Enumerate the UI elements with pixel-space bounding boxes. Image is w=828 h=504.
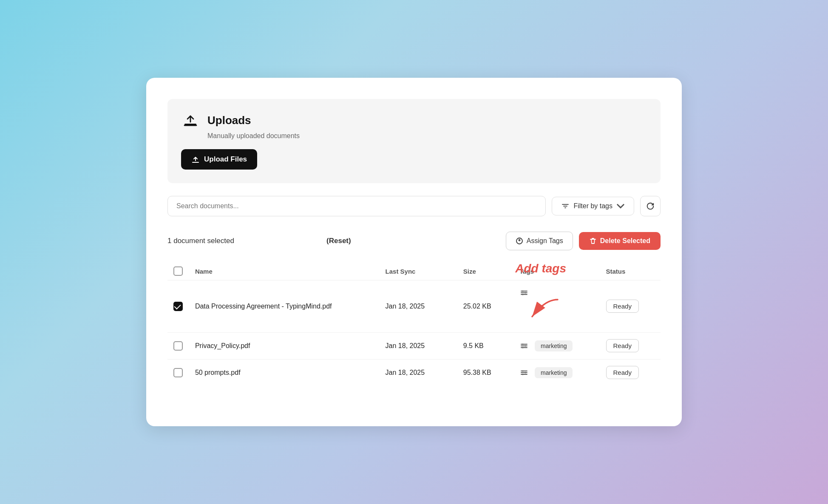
row-size: 9.5 KB: [457, 333, 513, 360]
svg-point-7: [522, 344, 524, 345]
row-tags: marketing: [513, 360, 600, 386]
assign-tags-button[interactable]: Assign Tags: [506, 232, 573, 250]
svg-point-11: [525, 372, 526, 374]
col-header-name: Name: [189, 262, 380, 280]
row-size: 95.38 KB: [457, 360, 513, 386]
uploads-title: Uploads: [207, 114, 251, 127]
selection-bar: 1 document selected (Reset) Assign Tags …: [167, 227, 661, 255]
tag-badge: marketing: [535, 340, 573, 351]
row-last-sync: Jan 18, 2025: [380, 360, 457, 386]
search-input[interactable]: [167, 196, 546, 216]
svg-point-4: [525, 292, 526, 294]
upload-header-icon: [181, 111, 200, 130]
tag-edit-icon[interactable]: [519, 288, 529, 297]
col-header-tags: Tags: [513, 262, 600, 280]
svg-rect-0: [184, 124, 196, 125]
row-checkbox[interactable]: [173, 302, 183, 311]
filter-by-tags-button[interactable]: Filter by tags: [552, 197, 634, 215]
tag-badge: marketing: [535, 367, 573, 378]
row-checkbox[interactable]: [173, 368, 183, 377]
table-row: Privacy_Policy.pdfJan 18, 20259.5 KB mar…: [167, 333, 661, 360]
col-header-sync: Last Sync: [380, 262, 457, 280]
col-header-status: Status: [600, 262, 661, 280]
add-tags-arrow: [519, 297, 562, 323]
reset-link[interactable]: (Reset): [326, 237, 351, 245]
svg-point-10: [522, 371, 524, 372]
row-tags: Add tags: [513, 280, 600, 333]
row-checkbox[interactable]: [173, 341, 183, 351]
svg-rect-2: [192, 162, 199, 163]
status-badge: Ready: [606, 300, 639, 313]
row-last-sync: Jan 18, 2025: [380, 333, 457, 360]
uploads-subtitle: Manually uploaded documents: [207, 132, 647, 140]
row-name: 50 prompts.pdf: [189, 360, 380, 386]
col-header-size: Size: [457, 262, 513, 280]
documents-table: Name Last Sync Size Tags Status Data Pro…: [167, 262, 661, 386]
svg-point-9: [522, 347, 524, 348]
row-status: Ready: [600, 360, 661, 386]
search-row: Filter by tags: [167, 196, 661, 216]
row-name: Data Processing Agreement - TypingMind.p…: [189, 280, 380, 333]
tag-edit-icon[interactable]: [519, 368, 529, 377]
upload-files-button[interactable]: Upload Files: [181, 149, 257, 170]
svg-point-3: [522, 291, 524, 292]
row-name: Privacy_Policy.pdf: [189, 333, 380, 360]
status-badge: Ready: [606, 366, 639, 379]
upload-header: Uploads Manually uploaded documents Uplo…: [167, 99, 661, 183]
refresh-button[interactable]: [640, 196, 661, 216]
delete-selected-button[interactable]: Delete Selected: [579, 232, 661, 250]
row-size: 25.02 KB: [457, 280, 513, 333]
table-row: Data Processing Agreement - TypingMind.p…: [167, 280, 661, 333]
svg-point-12: [522, 374, 524, 375]
svg-point-5: [522, 294, 524, 295]
row-tags: marketing: [513, 333, 600, 360]
svg-point-8: [525, 345, 526, 347]
main-card: Uploads Manually uploaded documents Uplo…: [146, 78, 682, 426]
selected-count-label: 1 document selected: [167, 237, 322, 245]
select-all-checkbox[interactable]: [173, 266, 183, 276]
tag-edit-icon[interactable]: [519, 341, 529, 351]
status-badge: Ready: [606, 339, 639, 352]
row-status: Ready: [600, 280, 661, 333]
row-last-sync: Jan 18, 2025: [380, 280, 457, 333]
table-row: 50 prompts.pdfJan 18, 202595.38 KB marke…: [167, 360, 661, 386]
row-status: Ready: [600, 333, 661, 360]
